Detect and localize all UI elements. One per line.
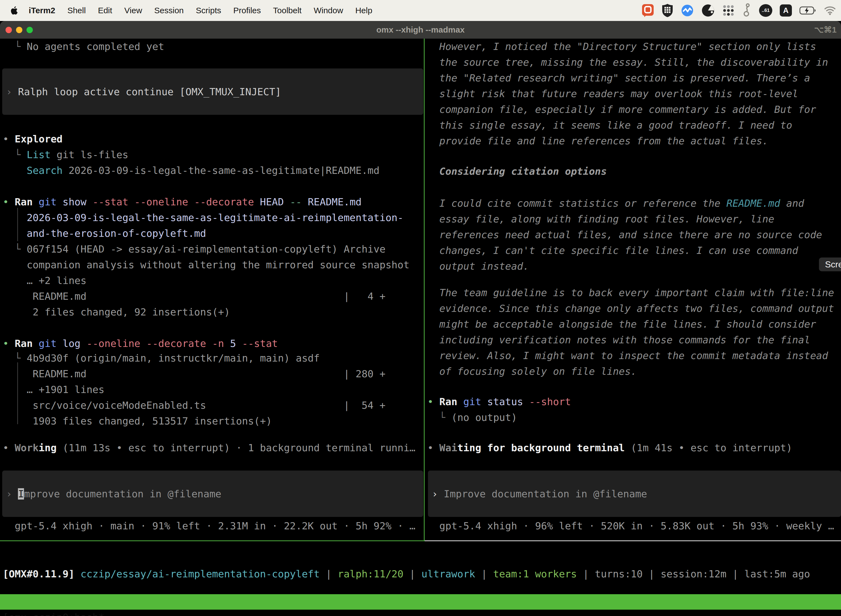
terminal-line: review. Also, I might want to inspect th… — [428, 348, 828, 364]
terminal-line: and-the-erosion-of-copyleft.md — [3, 226, 206, 241]
terminal-line: evidence. Since this change only affects… — [428, 301, 834, 316]
terminal-line: slight risk that future readers may over… — [428, 86, 798, 101]
menu-scripts[interactable]: Scripts — [196, 6, 221, 15]
terminal-line: • Waiting for background terminal (1m 41… — [428, 440, 792, 456]
terminal-line: of focusing solely on file lines. — [428, 364, 637, 379]
menu-edit[interactable]: Edit — [98, 6, 112, 15]
terminal-line: └ 067f154 (HEAD -> essay/ai-reimplementa… — [3, 241, 385, 257]
window-title-bar[interactable]: omx --xhigh --madmax ⌥⌘1 — [0, 21, 841, 39]
terminal-line: └ List git ls-files — [3, 147, 128, 163]
ralph-loop-input-box[interactable]: › Ralph loop active continue [OMX_TMUX_I… — [2, 69, 423, 115]
terminal-line: └ (no output) — [428, 409, 517, 425]
menu-profiles[interactable]: Profiles — [233, 6, 261, 15]
terminal-line: README.md | 280 + — [3, 366, 385, 382]
terminal-area: › Ralph loop active continue [OMX_TMUX_I… — [0, 39, 841, 616]
text-cursor: I — [18, 488, 24, 500]
iterm-window: omx --xhigh --madmax ⌥⌘1 › Ralph loop ac… — [0, 21, 841, 616]
terminal-line: src/voice/voiceModeEnabled.ts | 54 + — [3, 397, 385, 413]
left-terminal-pane[interactable]: › Ralph loop active continue [OMX_TMUX_I… — [0, 39, 424, 541]
prompt-chevron-icon: › — [432, 488, 444, 500]
blue-bolt-icon[interactable] — [681, 4, 694, 17]
terminal-line: Considering citation options — [428, 163, 607, 179]
screen-share-tooltip: Scre — [819, 258, 841, 271]
apple-menu-icon[interactable] — [10, 6, 18, 15]
terminal-line: gpt-5.4 xhigh · 96% left · 520K in · 5.8… — [428, 518, 834, 534]
counter-badge-icon[interactable]: ..61 — [759, 4, 772, 17]
terminal-line: However, I noticed the "Directory Struct… — [428, 39, 816, 54]
terminal-line: Search 2026-03-09-is-legal-the-same-as-l… — [3, 163, 379, 178]
terminal-line: • Working (11m 13s • esc to interrupt) ·… — [3, 440, 416, 456]
figure-icon[interactable] — [742, 4, 752, 17]
menu-shell[interactable]: Shell — [67, 6, 86, 15]
input-placeholder-text: Improve documentation in @filename — [444, 488, 647, 500]
shield-grid-icon[interactable] — [662, 4, 673, 17]
terminal-line: └ No agents completed yet — [3, 39, 164, 54]
right-terminal-pane[interactable]: › Improve documentation in @filename How… — [425, 39, 841, 541]
screen: iTerm2ShellEditViewSessionScriptsProfile… — [0, 0, 841, 616]
terminal-line: the source tree, missing the essay. Stil… — [428, 54, 828, 70]
terminal-line: The team guideline is to back every impo… — [428, 285, 834, 301]
terminal-line: • Ran git status --short — [428, 394, 571, 409]
terminal-line: references need actual files, and since … — [428, 227, 822, 243]
terminal-line: … +1901 lines — [3, 382, 104, 397]
window-shortcut-badge: ⌥⌘1 — [814, 21, 837, 39]
terminal-line: README.md | 4 + — [3, 288, 385, 304]
menu-help[interactable]: Help — [355, 6, 372, 15]
menu-items: iTerm2ShellEditViewSessionScriptsProfile… — [29, 6, 372, 15]
pie-circle-icon[interactable] — [701, 4, 715, 17]
terminal-line: I could cite commit statistics or refere… — [428, 195, 804, 211]
pane-divider[interactable] — [424, 39, 425, 541]
terminal-line: this single essay, it seems like a good … — [428, 117, 792, 133]
terminal-line: 2026-03-09-is-legal-the-same-as-legitima… — [3, 210, 403, 226]
prompt-chevron-icon: › — [6, 86, 18, 97]
terminal-line: 2 files changed, 92 insertions(+) — [3, 304, 230, 320]
terminal-line: • Explored — [3, 131, 63, 147]
ralph-loop-text: Ralph loop active continue [OMX_TMUX_INJ… — [18, 86, 281, 97]
omx-status-bar: [OMX#0.11.9] cczip/essay/ai-reimplementa… — [3, 566, 810, 582]
terminal-line: └ 4b9d30f (origin/main, instructkr/main,… — [3, 350, 320, 366]
terminal-line: essay file, along with finding root file… — [428, 211, 774, 227]
terminal-line: 1903 files changed, 513517 insertions(+) — [3, 413, 272, 429]
battery-icon[interactable] — [799, 4, 816, 17]
menu-window[interactable]: Window — [314, 6, 343, 15]
terminal-line: the "Related research writing" section i… — [428, 70, 810, 86]
terminal-line: might be acceptable alongside the file l… — [428, 316, 816, 332]
left-command-input[interactable]: › Improve documentation in @filename — [2, 471, 423, 517]
terminal-line: changes, I can't cite specific file line… — [428, 243, 798, 258]
terminal-line: … +2 lines — [3, 273, 86, 288]
chat-bubble-icon[interactable] — [642, 4, 654, 17]
left-pane-bottom-border — [0, 540, 425, 541]
tmux-status-bar: [omx-cczip0:bash* "MacBook-Pro-44.local"… — [0, 594, 841, 610]
assistant-a-icon[interactable]: A — [780, 4, 792, 16]
terminal-line: provide file and line references from th… — [428, 133, 768, 149]
terminal-line: • Ran git show --stat --oneline --decora… — [3, 194, 362, 210]
terminal-line: output instead. — [428, 258, 529, 274]
input-placeholder-text: mprove documentation in @filename — [24, 488, 221, 500]
menu-view[interactable]: View — [125, 6, 142, 15]
terminal-line: gpt-5.4 xhigh · main · 91% left · 2.31M … — [3, 518, 416, 534]
wifi-icon[interactable] — [824, 4, 836, 17]
right-pane-bottom-border — [425, 540, 841, 541]
menu-toolbelt[interactable]: Toolbelt — [273, 6, 302, 15]
prompt-chevron-icon: › — [6, 488, 18, 500]
right-command-input[interactable]: › Improve documentation in @filename — [428, 471, 841, 517]
macos-menu-bar: iTerm2ShellEditViewSessionScriptsProfile… — [0, 0, 841, 21]
tmux-session-label: [omx-cczip0:bash* — [3, 610, 104, 616]
menu-iterm2[interactable]: iTerm2 — [29, 6, 55, 15]
terminal-line: including verification notes with those … — [428, 332, 810, 348]
terminal-line: companion analysis without altering the … — [3, 257, 409, 273]
menu-session[interactable]: Session — [154, 6, 184, 15]
terminal-line: • Ran git log --oneline --decorate -n 5 … — [3, 336, 278, 351]
dots-grid-icon[interactable] — [722, 4, 735, 17]
menubar-status-icons: ..61 A — [642, 4, 841, 17]
terminal-line: companion file, especially if more comme… — [428, 101, 816, 117]
window-title: omx --xhigh --madmax — [0, 21, 841, 39]
